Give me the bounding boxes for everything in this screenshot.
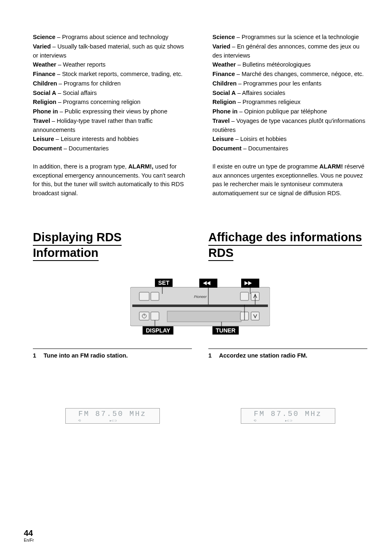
alarm-word: ALARM!, bbox=[128, 163, 153, 170]
term-desc: – Marché des changes, commerce, négoce, … bbox=[235, 71, 364, 77]
svg-text:Pioneer: Pioneer bbox=[194, 295, 207, 299]
lcd-display-right: FM 87.50 MHz ⟲ ▸⊂⊃ bbox=[241, 408, 335, 424]
heading-line1: Displaying RDS bbox=[33, 230, 122, 246]
svg-rect-10 bbox=[151, 312, 159, 320]
step-english: 1 Tune into an FM radio station. bbox=[33, 349, 192, 359]
term-desc: – Programmes religieux bbox=[236, 99, 300, 105]
column-french: Science – Programmes sur la science et l… bbox=[212, 33, 367, 198]
term-desc: – Programs about science and technology bbox=[55, 34, 168, 40]
step-number: 1 bbox=[33, 352, 44, 359]
term-desc: – Programmes pour les enfants bbox=[237, 80, 321, 87]
term: Weather bbox=[212, 61, 236, 68]
term-desc: – Stock market reports, commerce, tradin… bbox=[55, 71, 182, 77]
term: Science bbox=[33, 34, 55, 40]
term: Leisure bbox=[212, 136, 234, 142]
term-desc: – Loisirs et hobbies bbox=[234, 136, 287, 142]
page-number: 44 bbox=[24, 529, 34, 538]
term: Phone in bbox=[33, 108, 58, 115]
term-desc: – Leisure interests and hobbies bbox=[54, 136, 139, 142]
term: Children bbox=[33, 80, 57, 87]
term: Finance bbox=[212, 71, 235, 77]
page-lang: En/Fr bbox=[24, 538, 34, 542]
label-tuner: TUNER bbox=[212, 326, 239, 335]
heading-line2: RDS bbox=[208, 246, 233, 261]
heading-line1: Affichage des informations bbox=[208, 230, 362, 246]
label-display: DISPLAY bbox=[143, 326, 173, 335]
lcd-row: FM 87.50 MHz ⟲ ▸⊂⊃ FM 87.50 MHz ⟲ ▸⊂⊃ bbox=[33, 408, 367, 424]
term: Document bbox=[212, 145, 242, 152]
svg-rect-2 bbox=[139, 292, 149, 300]
lcd-icon-timer: ⟲ bbox=[78, 419, 81, 422]
svg-rect-11 bbox=[167, 311, 241, 322]
alarm-word: ALARM! bbox=[319, 163, 343, 170]
step-french: 1 Accordez une station radio FM. bbox=[208, 349, 367, 359]
step-text: Tune into an FM radio station. bbox=[44, 352, 128, 359]
term: Travel bbox=[212, 118, 230, 124]
term-desc: – Affaires sociales bbox=[236, 90, 286, 96]
term: Varied bbox=[212, 43, 231, 50]
term-desc: – Weather reports bbox=[56, 61, 106, 68]
term: Children bbox=[212, 80, 237, 87]
svg-rect-13 bbox=[251, 312, 259, 320]
term: Finance bbox=[33, 71, 55, 77]
term: Religion bbox=[212, 99, 236, 105]
remote-diagram: SET DISPLAY TUNER Pioneer bbox=[33, 280, 367, 333]
label-set: SET bbox=[155, 279, 173, 287]
heading-line2: Information bbox=[33, 246, 99, 261]
svg-rect-1 bbox=[132, 305, 268, 307]
lcd-main-text: FM 87.50 MHz bbox=[241, 409, 335, 418]
step-text: Accordez une station radio FM. bbox=[219, 352, 307, 359]
term: Social A bbox=[33, 90, 56, 96]
genre-columns: Science – Programs about science and tec… bbox=[33, 33, 367, 198]
term-desc: – Voyages de type vacances plutôt qu'inf… bbox=[212, 118, 365, 133]
lcd-icon-timer: ⟲ bbox=[254, 419, 256, 422]
lcd-display-left: FM 87.50 MHz ⟲ ▸⊂⊃ bbox=[65, 408, 160, 424]
section-headings: Displaying RDS Information Affichage des… bbox=[33, 230, 367, 261]
lcd-main-text: FM 87.50 MHz bbox=[66, 409, 159, 418]
term-desc: – Public expressing their views by phone bbox=[58, 108, 167, 115]
term-desc: – Programs concerning religion bbox=[56, 99, 141, 105]
term-desc: – Holiday-type travel rather than traffi… bbox=[33, 118, 153, 133]
svg-rect-5 bbox=[240, 292, 249, 300]
label-next-icon bbox=[241, 279, 259, 288]
page-footer: 44 En/Fr bbox=[24, 529, 34, 542]
column-english: Science – Programs about science and tec… bbox=[33, 33, 188, 198]
term-desc: – Usually talk-based material, such as q… bbox=[33, 43, 184, 59]
term-desc: – Documentaires bbox=[242, 145, 288, 152]
alarm-pre: In addition, there is a program type, bbox=[33, 163, 128, 170]
steps-row: 1 Tune into an FM radio station. 1 Accor… bbox=[33, 348, 367, 359]
term-desc: – Social affairs bbox=[56, 90, 97, 96]
alarm-paragraph: Il existe en outre un type de programme … bbox=[212, 162, 367, 198]
term-desc: – Programmes sur la science et la techno… bbox=[235, 34, 359, 40]
lcd-icon-play: ▸⊂⊃ bbox=[285, 419, 293, 422]
term-desc: – Programs for children bbox=[57, 80, 121, 87]
step-number: 1 bbox=[208, 352, 219, 359]
term: Weather bbox=[33, 61, 56, 68]
heading-french: Affichage des informations RDS bbox=[208, 230, 367, 261]
term: Religion bbox=[33, 99, 56, 105]
term: Social A bbox=[212, 90, 236, 96]
alarm-paragraph: In addition, there is a program type, AL… bbox=[33, 162, 188, 198]
term: Leisure bbox=[33, 136, 54, 142]
term: Document bbox=[33, 145, 62, 152]
term-desc: – Opinion publique par téléphone bbox=[238, 108, 327, 115]
term: Varied bbox=[33, 43, 51, 50]
lcd-icon-play: ▸⊂⊃ bbox=[110, 419, 117, 422]
svg-rect-3 bbox=[151, 292, 159, 300]
term-desc: – En général des annonces, comme des jeu… bbox=[212, 43, 360, 59]
term-desc: – Bulletins météorologiques bbox=[236, 61, 311, 68]
alarm-pre: Il existe en outre un type de programme bbox=[212, 163, 319, 170]
remote-svg: Pioneer bbox=[130, 280, 270, 333]
term: Phone in bbox=[212, 108, 238, 115]
label-prev-icon bbox=[199, 279, 217, 288]
heading-english: Displaying RDS Information bbox=[33, 230, 192, 261]
term: Science bbox=[212, 34, 235, 40]
term: Travel bbox=[33, 118, 50, 124]
term-desc: – Documentaries bbox=[62, 145, 109, 152]
